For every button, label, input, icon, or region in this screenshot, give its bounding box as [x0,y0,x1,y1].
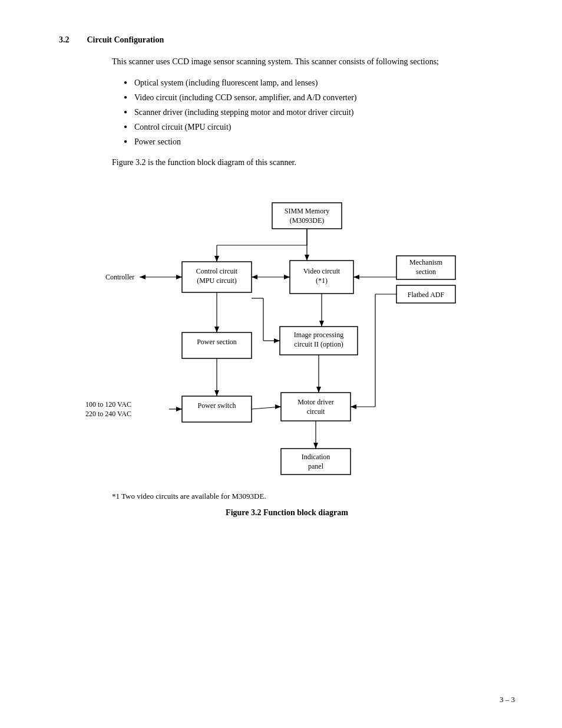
bullet-list: Optical system (including fluorescent la… [124,77,515,148]
svg-text:SIMM Memory: SIMM Memory [285,207,329,215]
svg-text:panel: panel [308,462,324,470]
page-number: 3 – 3 [500,695,515,704]
list-item: Power section [124,136,515,148]
svg-marker-58 [313,443,318,449]
svg-text:Control circuit: Control circuit [196,267,238,275]
svg-marker-37 [284,275,290,279]
svg-text:Flatbed ADF: Flatbed ADF [408,291,445,299]
svg-marker-50 [319,321,324,327]
svg-marker-35 [140,275,146,279]
vac-label-2: 220 to 240 VAC [85,410,131,418]
figure-caption: Figure 3.2 Function block diagram [59,508,515,518]
svg-marker-42 [214,327,219,332]
controller-label: Controller [105,273,134,281]
list-item: Optical system (including fluorescent la… [124,77,515,89]
svg-marker-34 [176,275,182,279]
footnote: *1 Two video circuits are available for … [112,490,515,502]
svg-text:Power section: Power section [197,338,237,346]
section-title: Circuit Configuration [87,35,164,45]
svg-marker-48 [275,404,281,409]
block-diagram: SIMM Memory (M3093DE) Control circuit (M… [75,186,499,487]
svg-text:(*1): (*1) [316,276,328,285]
svg-text:circuit II (option): circuit II (option) [294,340,343,348]
vac-label-1: 100 to 120 VAC [85,400,131,409]
svg-marker-32 [305,255,309,261]
svg-rect-21 [281,393,351,421]
svg-text:section: section [416,268,436,276]
svg-marker-38 [252,275,257,279]
section-header: 3.2 Circuit Configuration [59,35,515,45]
svg-marker-30 [214,256,219,262]
svg-text:Indication: Indication [302,453,330,461]
list-item: Video circuit (including CCD sensor, amp… [124,91,515,104]
svg-marker-52 [316,387,321,393]
list-item: Control circuit (MPU circuit) [124,121,515,133]
diagram-container: SIMM Memory (M3093DE) Control circuit (M… [59,186,515,481]
svg-text:Power switch: Power switch [198,401,236,410]
section-number: 3.2 [59,35,70,45]
svg-marker-40 [353,275,359,279]
list-item: Scanner driver (including stepping motor… [124,106,515,118]
figure-ref-text: Figure 3.2 is the function block diagram… [112,156,515,169]
body-text: This scanner uses CCD image sensor scann… [112,55,515,68]
svg-text:Motor driver: Motor driver [297,398,334,406]
svg-marker-44 [214,390,219,396]
svg-text:circuit: circuit [307,407,325,416]
svg-marker-46 [176,407,182,411]
svg-marker-56 [351,404,356,409]
diagram-svg-wrap: SIMM Memory (M3093DE) Control circuit (M… [75,186,499,481]
svg-text:(M3093DE): (M3093DE) [290,216,325,225]
svg-text:(MPU circuit): (MPU circuit) [197,276,237,285]
svg-marker-62 [274,338,280,343]
svg-text:Image processing: Image processing [294,331,343,339]
svg-text:Mechanism: Mechanism [409,258,443,266]
svg-text:Video circuit: Video circuit [303,267,340,275]
